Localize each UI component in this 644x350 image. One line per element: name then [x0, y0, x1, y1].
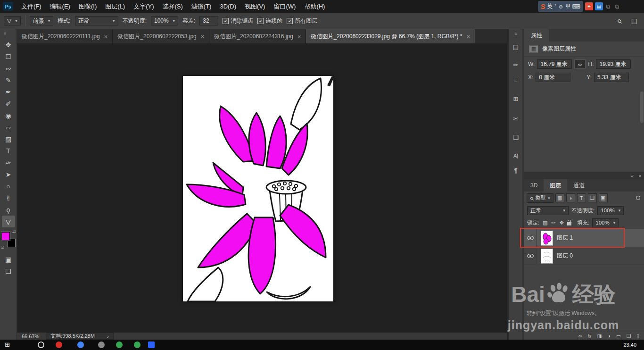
- search-icon[interactable]: ϙ: [615, 17, 623, 25]
- swap-colors-icon[interactable]: ⇄: [12, 229, 16, 234]
- menu-filter[interactable]: 滤镜(T): [187, 0, 216, 13]
- contiguous-checkbox[interactable]: ✓: [257, 18, 264, 24]
- y-field[interactable]: 5.33 厘米: [594, 73, 629, 82]
- filter-adjustment-icon[interactable]: ◑: [566, 193, 575, 202]
- hand-tool[interactable]: ✌: [2, 192, 15, 204]
- taskbar-app-gray[interactable]: [98, 342, 105, 348]
- height-field[interactable]: 19.93 厘米: [596, 59, 631, 69]
- tab-properties[interactable]: 属性: [524, 29, 549, 42]
- visibility-cell[interactable]: [524, 247, 537, 265]
- ime-punct-icon[interactable]: ’: [555, 3, 556, 10]
- ellipse-tool[interactable]: ○: [2, 180, 15, 192]
- layer-style-icon[interactable]: fx: [587, 333, 591, 339]
- filter-smart-object-icon[interactable]: ▣: [599, 193, 608, 202]
- paragraph-panel-icon[interactable]: ¶: [509, 167, 523, 174]
- tray-window-icon-2[interactable]: ⧉: [613, 3, 620, 10]
- lock-all-icon[interactable]: [567, 222, 571, 225]
- filter-pixel-icon[interactable]: ▦: [555, 193, 564, 202]
- layer-filter-dropdown[interactable]: ϙ 类型 ▾: [527, 193, 553, 203]
- taskbar-app-red[interactable]: [56, 342, 62, 348]
- document-canvas[interactable]: [183, 76, 333, 301]
- brush-tool[interactable]: ✐: [2, 98, 15, 109]
- menu-window[interactable]: 窗口(W): [269, 0, 300, 13]
- path-selection-tool[interactable]: ➤: [2, 168, 15, 180]
- document-tab-1[interactable]: 微信图片_20200602220111.jpg ×: [17, 29, 113, 43]
- width-field[interactable]: 16.79 厘米: [537, 59, 572, 69]
- clone-source-panel-icon[interactable]: ❏: [509, 134, 523, 141]
- emoji-icon[interactable]: ☺: [558, 3, 563, 10]
- link-layers-icon[interactable]: ∞: [578, 333, 582, 339]
- document-tab-4-active[interactable]: 微信图片_20200602233029.jpg @ 66.7% (图层 1, R…: [306, 29, 475, 43]
- menu-edit[interactable]: 编辑(E): [46, 0, 74, 13]
- mic-icon[interactable]: Ψ: [565, 3, 570, 10]
- layer0-thumbnail[interactable]: [541, 249, 553, 264]
- link-dimensions-icon[interactable]: ∞: [574, 59, 586, 69]
- blend-mode-dropdown[interactable]: 正常 ▾: [75, 16, 118, 25]
- sogou-logo-icon[interactable]: S: [541, 2, 545, 10]
- menu-type[interactable]: 文字(Y): [129, 0, 158, 13]
- contiguous-checkbox-group[interactable]: ✓ 连续的: [257, 17, 282, 25]
- eraser-tool[interactable]: ▱: [2, 121, 15, 133]
- antialias-checkbox-group[interactable]: ✓ 消除锯齿: [223, 17, 253, 25]
- x-field[interactable]: 0 厘米: [536, 73, 570, 82]
- start-button-icon[interactable]: ⊞: [5, 341, 10, 348]
- dock-expand-icon[interactable]: «: [509, 31, 523, 36]
- pen-tool[interactable]: ✑: [2, 157, 15, 168]
- layers-opacity-dropdown[interactable]: 100% ▾: [597, 206, 624, 215]
- tool-preset-picker[interactable]: ▽ ▾: [4, 16, 21, 25]
- adjustment-layer-icon[interactable]: ◑: [608, 333, 611, 339]
- sogou-skin-icon[interactable]: ✦: [585, 2, 593, 10]
- new-group-icon[interactable]: ▭: [616, 333, 621, 339]
- menu-help[interactable]: 帮助(H): [300, 0, 329, 13]
- taskbar-app-cortana[interactable]: [38, 342, 44, 348]
- keyboard-icon[interactable]: ⌨: [572, 3, 580, 10]
- close-icon[interactable]: ×: [466, 33, 470, 40]
- all-layers-checkbox[interactable]: ✓: [287, 18, 293, 24]
- menu-select[interactable]: 选择(S): [158, 0, 187, 13]
- quick-selection-tool[interactable]: ✎: [2, 74, 15, 86]
- filter-toggle-icon[interactable]: [636, 196, 640, 200]
- properties-scrollbar[interactable]: [640, 92, 644, 123]
- gradient-tool[interactable]: ▨: [2, 133, 15, 145]
- menu-image[interactable]: 图像(I): [74, 0, 101, 13]
- zoom-tool[interactable]: ϙ: [2, 204, 15, 216]
- tab-3d[interactable]: 3D: [524, 179, 544, 192]
- type-tool[interactable]: T: [2, 145, 15, 157]
- tab-channels[interactable]: 通道: [567, 179, 591, 192]
- navigator-panel-icon[interactable]: ▤: [509, 43, 523, 50]
- screen-mode-button[interactable]: ❏: [2, 265, 15, 277]
- adjustments-panel-icon[interactable]: ≡: [509, 76, 523, 83]
- menu-file[interactable]: 文件(F): [17, 0, 46, 13]
- lasso-tool[interactable]: ∾: [2, 62, 15, 74]
- layer-row-layer0[interactable]: 图层 0: [524, 247, 644, 265]
- menu-layer[interactable]: 图层(L): [101, 0, 129, 13]
- layer-mask-icon[interactable]: ◨: [597, 333, 602, 339]
- menu-3d[interactable]: 3D(D): [215, 0, 240, 13]
- layer-name[interactable]: 图层 0: [557, 252, 573, 260]
- close-icon[interactable]: ×: [297, 33, 301, 40]
- filter-shape-icon[interactable]: ❏: [588, 193, 597, 202]
- foreground-color-swatch[interactable]: [1, 232, 10, 241]
- workspace-switcher-icon[interactable]: ▤: [631, 17, 637, 25]
- status-chevron-icon[interactable]: ›: [107, 333, 109, 339]
- zoom-level[interactable]: 66.67%: [22, 333, 39, 339]
- quick-mask-button[interactable]: ▣: [2, 253, 15, 265]
- delete-layer-icon[interactable]: ▯: [636, 333, 639, 339]
- default-colors-icon[interactable]: ◱: [1, 245, 5, 249]
- tab-layers[interactable]: 图层: [544, 179, 567, 192]
- clone-stamp-tool[interactable]: ◉: [2, 109, 15, 121]
- clip-panel-icon[interactable]: ✂: [509, 115, 523, 122]
- document-tab-3[interactable]: 微信图片_20200602224316.jpg ×: [209, 29, 306, 43]
- marquee-tool[interactable]: ☐: [2, 50, 15, 62]
- toolbar-collapse-icon[interactable]: »: [0, 31, 7, 36]
- move-tool[interactable]: ✥: [2, 39, 15, 50]
- filter-type-icon[interactable]: T: [577, 193, 586, 202]
- swatches-panel-icon[interactable]: ⊞: [509, 95, 523, 102]
- eyedropper-tool[interactable]: ✒: [2, 86, 15, 98]
- tolerance-input[interactable]: 32: [199, 16, 218, 25]
- lock-position-icon[interactable]: ✥: [559, 220, 564, 226]
- panel-close-icon[interactable]: ×: [638, 174, 641, 179]
- tray-window-icon-1[interactable]: ⧉: [605, 3, 612, 10]
- taskbar-app-blue[interactable]: [77, 342, 84, 348]
- lock-transparent-icon[interactable]: ▨: [542, 220, 548, 226]
